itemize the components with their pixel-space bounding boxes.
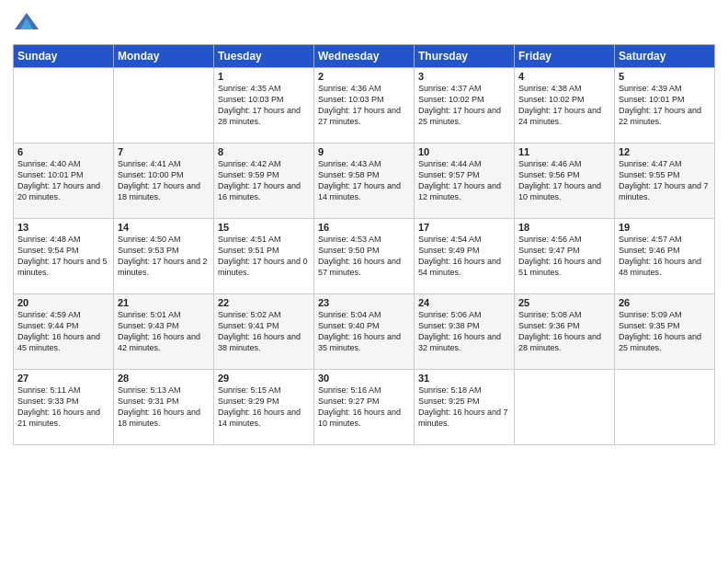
day-info: Sunrise: 4:41 AM Sunset: 10:00 PM Daylig… xyxy=(118,158,210,203)
day-number: 12 xyxy=(619,146,711,157)
day-number: 13 xyxy=(17,222,109,233)
calendar-cell: 25Sunrise: 5:08 AM Sunset: 9:36 PM Dayli… xyxy=(515,294,615,370)
day-number: 17 xyxy=(418,222,510,233)
calendar-cell: 11Sunrise: 4:46 AM Sunset: 9:56 PM Dayli… xyxy=(515,144,615,219)
day-info: Sunrise: 4:51 AM Sunset: 9:51 PM Dayligh… xyxy=(218,234,310,279)
day-number: 3 xyxy=(418,71,510,82)
day-number: 7 xyxy=(118,146,210,157)
calendar-cell: 8Sunrise: 4:42 AM Sunset: 9:59 PM Daylig… xyxy=(214,144,314,219)
calendar-header-saturday: Saturday xyxy=(615,45,715,68)
day-number: 10 xyxy=(418,146,510,157)
calendar-cell: 18Sunrise: 4:56 AM Sunset: 9:47 PM Dayli… xyxy=(515,219,615,294)
day-number: 14 xyxy=(118,222,210,233)
logo xyxy=(13,9,42,37)
calendar-cell: 10Sunrise: 4:44 AM Sunset: 9:57 PM Dayli… xyxy=(415,144,515,219)
calendar-week-row: 13Sunrise: 4:48 AM Sunset: 9:54 PM Dayli… xyxy=(14,219,715,294)
day-number: 15 xyxy=(218,222,310,233)
day-number: 4 xyxy=(518,71,610,82)
day-info: Sunrise: 5:01 AM Sunset: 9:43 PM Dayligh… xyxy=(118,309,210,354)
day-info: Sunrise: 4:53 AM Sunset: 9:50 PM Dayligh… xyxy=(318,234,410,279)
day-number: 31 xyxy=(418,373,510,384)
day-info: Sunrise: 4:43 AM Sunset: 9:58 PM Dayligh… xyxy=(318,158,410,203)
day-number: 18 xyxy=(518,222,610,233)
day-info: Sunrise: 4:40 AM Sunset: 10:01 PM Daylig… xyxy=(17,158,109,203)
calendar-cell: 27Sunrise: 5:11 AM Sunset: 9:33 PM Dayli… xyxy=(14,370,114,445)
day-info: Sunrise: 4:35 AM Sunset: 10:03 PM Daylig… xyxy=(218,83,310,128)
calendar-cell: 29Sunrise: 5:15 AM Sunset: 9:29 PM Dayli… xyxy=(214,370,314,445)
calendar-cell: 14Sunrise: 4:50 AM Sunset: 9:53 PM Dayli… xyxy=(114,219,214,294)
day-number: 20 xyxy=(17,297,109,308)
day-info: Sunrise: 5:04 AM Sunset: 9:40 PM Dayligh… xyxy=(318,309,410,354)
calendar-cell: 1Sunrise: 4:35 AM Sunset: 10:03 PM Dayli… xyxy=(214,68,314,144)
day-info: Sunrise: 4:37 AM Sunset: 10:02 PM Daylig… xyxy=(418,83,510,128)
calendar-header-thursday: Thursday xyxy=(415,45,515,68)
calendar-week-row: 1Sunrise: 4:35 AM Sunset: 10:03 PM Dayli… xyxy=(14,68,715,144)
calendar-header-monday: Monday xyxy=(114,45,214,68)
calendar-cell: 3Sunrise: 4:37 AM Sunset: 10:02 PM Dayli… xyxy=(415,68,515,144)
calendar-cell: 22Sunrise: 5:02 AM Sunset: 9:41 PM Dayli… xyxy=(214,294,314,370)
calendar-cell: 5Sunrise: 4:39 AM Sunset: 10:01 PM Dayli… xyxy=(615,68,715,144)
day-number: 23 xyxy=(318,297,410,308)
day-info: Sunrise: 5:13 AM Sunset: 9:31 PM Dayligh… xyxy=(118,385,210,430)
day-info: Sunrise: 5:08 AM Sunset: 9:36 PM Dayligh… xyxy=(518,309,610,354)
day-info: Sunrise: 4:39 AM Sunset: 10:01 PM Daylig… xyxy=(619,83,711,128)
calendar-cell: 16Sunrise: 4:53 AM Sunset: 9:50 PM Dayli… xyxy=(314,219,415,294)
calendar-cell: 28Sunrise: 5:13 AM Sunset: 9:31 PM Dayli… xyxy=(114,370,214,445)
day-info: Sunrise: 4:36 AM Sunset: 10:03 PM Daylig… xyxy=(318,83,410,128)
day-number: 21 xyxy=(118,297,210,308)
day-number: 6 xyxy=(17,146,109,157)
calendar-week-row: 20Sunrise: 4:59 AM Sunset: 9:44 PM Dayli… xyxy=(14,294,715,370)
day-info: Sunrise: 4:44 AM Sunset: 9:57 PM Dayligh… xyxy=(418,158,510,203)
day-number: 1 xyxy=(218,71,310,82)
calendar-cell: 4Sunrise: 4:38 AM Sunset: 10:02 PM Dayli… xyxy=(515,68,615,144)
day-info: Sunrise: 4:46 AM Sunset: 9:56 PM Dayligh… xyxy=(518,158,610,203)
calendar-cell: 7Sunrise: 4:41 AM Sunset: 10:00 PM Dayli… xyxy=(114,144,214,219)
day-number: 11 xyxy=(518,146,610,157)
header xyxy=(13,9,715,37)
calendar-cell: 6Sunrise: 4:40 AM Sunset: 10:01 PM Dayli… xyxy=(14,144,114,219)
day-number: 26 xyxy=(619,297,711,308)
day-number: 9 xyxy=(318,146,410,157)
calendar-cell: 17Sunrise: 4:54 AM Sunset: 9:49 PM Dayli… xyxy=(415,219,515,294)
day-info: Sunrise: 4:59 AM Sunset: 9:44 PM Dayligh… xyxy=(17,309,109,354)
calendar-cell: 31Sunrise: 5:18 AM Sunset: 9:25 PM Dayli… xyxy=(415,370,515,445)
day-number: 24 xyxy=(418,297,510,308)
day-info: Sunrise: 4:42 AM Sunset: 9:59 PM Dayligh… xyxy=(218,158,310,203)
day-info: Sunrise: 5:18 AM Sunset: 9:25 PM Dayligh… xyxy=(418,385,510,430)
day-number: 22 xyxy=(218,297,310,308)
calendar-cell: 19Sunrise: 4:57 AM Sunset: 9:46 PM Dayli… xyxy=(615,219,715,294)
calendar-table: SundayMondayTuesdayWednesdayThursdayFrid… xyxy=(13,44,715,445)
day-number: 19 xyxy=(619,222,711,233)
day-info: Sunrise: 4:57 AM Sunset: 9:46 PM Dayligh… xyxy=(619,234,711,279)
day-info: Sunrise: 5:15 AM Sunset: 9:29 PM Dayligh… xyxy=(218,385,310,430)
calendar-cell: 26Sunrise: 5:09 AM Sunset: 9:35 PM Dayli… xyxy=(615,294,715,370)
calendar-cell: 20Sunrise: 4:59 AM Sunset: 9:44 PM Dayli… xyxy=(14,294,114,370)
calendar-header-sunday: Sunday xyxy=(14,45,114,68)
day-number: 28 xyxy=(118,373,210,384)
day-number: 27 xyxy=(17,373,109,384)
day-info: Sunrise: 5:11 AM Sunset: 9:33 PM Dayligh… xyxy=(17,385,109,430)
calendar-cell: 21Sunrise: 5:01 AM Sunset: 9:43 PM Dayli… xyxy=(114,294,214,370)
day-number: 25 xyxy=(518,297,610,308)
day-info: Sunrise: 4:48 AM Sunset: 9:54 PM Dayligh… xyxy=(17,234,109,279)
day-number: 30 xyxy=(318,373,410,384)
day-info: Sunrise: 4:50 AM Sunset: 9:53 PM Dayligh… xyxy=(118,234,210,279)
day-info: Sunrise: 5:06 AM Sunset: 9:38 PM Dayligh… xyxy=(418,309,510,354)
calendar-header-tuesday: Tuesday xyxy=(214,45,314,68)
calendar-cell xyxy=(114,68,214,144)
day-info: Sunrise: 4:38 AM Sunset: 10:02 PM Daylig… xyxy=(518,83,610,128)
calendar-cell: 23Sunrise: 5:04 AM Sunset: 9:40 PM Dayli… xyxy=(314,294,415,370)
calendar-cell xyxy=(515,370,615,445)
day-number: 2 xyxy=(318,71,410,82)
calendar-header-friday: Friday xyxy=(515,45,615,68)
day-number: 8 xyxy=(218,146,310,157)
calendar-cell: 24Sunrise: 5:06 AM Sunset: 9:38 PM Dayli… xyxy=(415,294,515,370)
calendar-cell xyxy=(615,370,715,445)
day-number: 29 xyxy=(218,373,310,384)
page: SundayMondayTuesdayWednesdayThursdayFrid… xyxy=(0,0,728,563)
logo-icon xyxy=(13,9,40,37)
day-number: 16 xyxy=(318,222,410,233)
day-info: Sunrise: 4:56 AM Sunset: 9:47 PM Dayligh… xyxy=(518,234,610,279)
day-number: 5 xyxy=(619,71,711,82)
calendar-header-row: SundayMondayTuesdayWednesdayThursdayFrid… xyxy=(14,45,715,68)
